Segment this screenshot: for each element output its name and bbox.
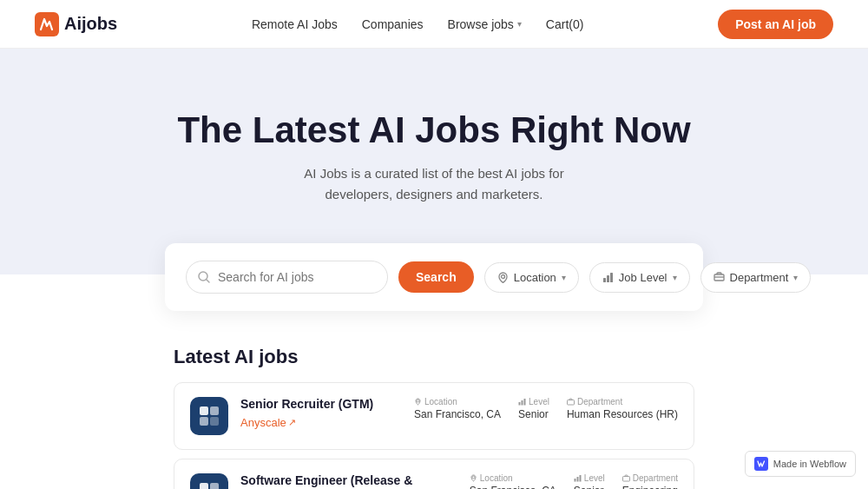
logo-icon: [35, 12, 59, 36]
department-value-2: Engineering: [622, 485, 678, 489]
dept-icon-2: [622, 474, 630, 482]
department-label-2: Department: [622, 473, 678, 483]
post-job-button[interactable]: Post an AI job: [718, 10, 833, 39]
department-label-1: Department: [567, 397, 678, 406]
location-group-1: Location San Francisco, CA: [414, 397, 501, 420]
search-icon: [197, 270, 211, 284]
hero-title: The Latest AI Jobs Right Now: [17, 109, 851, 151]
job-title-2: Software Engineer (Release & Engineering…: [240, 473, 457, 489]
nav-companies[interactable]: Companies: [362, 17, 424, 31]
svg-rect-5: [610, 273, 613, 282]
svg-point-20: [472, 476, 475, 479]
jobs-section: Latest AI jobs Senior Recruiter (GTM) An…: [156, 346, 712, 489]
svg-rect-3: [603, 278, 606, 282]
svg-rect-10: [210, 417, 219, 426]
department-chevron-icon: ▾: [793, 273, 798, 282]
logo-text: Aijobs: [64, 14, 117, 34]
svg-point-2: [501, 274, 504, 278]
browse-jobs-chevron-icon: ▾: [517, 19, 522, 29]
company-link-1[interactable]: Anyscale ↗: [240, 416, 296, 429]
level-label-2: Level: [574, 473, 605, 483]
svg-rect-16: [200, 483, 208, 489]
svg-rect-21: [574, 479, 575, 482]
location-label-2: Location: [470, 473, 556, 483]
level-label-1: Level: [518, 397, 549, 406]
dept-icon: [567, 398, 575, 406]
location-pin-icon: [414, 398, 422, 406]
svg-point-11: [417, 400, 419, 402]
svg-rect-7: [200, 406, 208, 415]
search-card: Search Location ▾ Job Level ▾: [165, 243, 703, 311]
location-group-2: Location San Francisco, CA: [470, 473, 556, 489]
search-input[interactable]: [211, 261, 377, 293]
department-value-1: Human Resources (HR): [567, 408, 678, 420]
logo[interactable]: Aijobs: [35, 12, 117, 36]
nav-remote-ai-jobs[interactable]: Remote AI Jobs: [252, 17, 338, 31]
svg-rect-24: [622, 477, 629, 482]
svg-rect-8: [210, 406, 219, 415]
search-container: Search Location ▾ Job Level ▾: [0, 243, 868, 311]
webflow-label: Made in Webflow: [773, 459, 846, 469]
location-icon: [497, 272, 509, 283]
job-card-2[interactable]: Software Engineer (Release & Engineering…: [174, 459, 694, 489]
job-level-icon: [602, 272, 614, 283]
jobs-section-title: Latest AI jobs: [174, 346, 694, 368]
job-main-2: Software Engineer (Release & Engineering…: [240, 473, 457, 489]
search-input-wrap: [186, 261, 388, 294]
department-group-1: Department Human Resources (HR): [567, 397, 678, 420]
job-title-1: Senior Recruiter (GTM): [240, 397, 402, 411]
location-value-1: San Francisco, CA: [414, 408, 501, 420]
nav-cart[interactable]: Cart(0): [546, 17, 584, 31]
location-label-1: Location: [414, 397, 501, 406]
svg-rect-9: [200, 417, 208, 426]
location-label: Location: [514, 271, 556, 284]
svg-rect-17: [210, 483, 219, 489]
location-filter[interactable]: Location ▾: [484, 262, 579, 293]
job-level-chevron-icon: ▾: [673, 273, 677, 282]
external-link-icon-1: ↗: [288, 417, 296, 428]
svg-rect-13: [522, 400, 523, 406]
navbar: Aijobs Remote AI Jobs Companies Browse j…: [0, 0, 868, 49]
nav-links: Remote AI Jobs Companies Browse jobs ▾ C…: [252, 17, 583, 31]
svg-rect-12: [519, 402, 521, 406]
svg-rect-14: [524, 399, 526, 406]
location-chevron-icon: ▾: [562, 273, 566, 282]
department-icon: [713, 272, 725, 283]
company-logo-2: [190, 473, 228, 489]
nav-browse-jobs[interactable]: Browse jobs ▾: [448, 17, 522, 31]
search-button[interactable]: Search: [398, 261, 474, 293]
job-card-1[interactable]: Senior Recruiter (GTM) Anyscale ↗ Locati…: [174, 382, 694, 450]
webflow-icon: [754, 457, 768, 471]
job-level-filter[interactable]: Job Level ▾: [589, 262, 690, 293]
webflow-badge: Made in Webflow: [745, 451, 856, 477]
level-value-1: Senior: [518, 408, 549, 420]
job-main-1: Senior Recruiter (GTM) Anyscale ↗: [240, 397, 402, 430]
level-group-2: Level Senior: [574, 473, 605, 489]
hero-section: The Latest AI Jobs Right Now AI Jobs is …: [0, 49, 868, 274]
job-level-label: Job Level: [619, 271, 667, 284]
level-value-2: Senior: [574, 485, 605, 489]
location-value-2: San Francisco, CA: [470, 485, 556, 489]
department-group-2: Department Engineering: [622, 473, 678, 489]
job-meta-1: Location San Francisco, CA Level Senior …: [414, 397, 678, 420]
hero-subtitle: AI Jobs is a curated list of the best AI…: [269, 163, 599, 205]
svg-rect-15: [567, 400, 574, 406]
company-logo-1: [190, 397, 228, 435]
level-icon-2: [574, 474, 582, 482]
level-icon: [518, 398, 526, 406]
svg-rect-23: [579, 475, 581, 482]
location-pin-icon-2: [470, 474, 477, 482]
department-filter[interactable]: Department ▾: [700, 262, 812, 293]
anyscale-logo-icon-2: [198, 481, 220, 489]
svg-rect-22: [576, 477, 578, 482]
job-meta-2: Location San Francisco, CA Level Senior …: [470, 473, 678, 489]
department-label: Department: [730, 271, 789, 284]
svg-rect-4: [607, 275, 609, 282]
anyscale-logo-icon: [198, 405, 220, 427]
level-group-1: Level Senior: [518, 397, 549, 420]
